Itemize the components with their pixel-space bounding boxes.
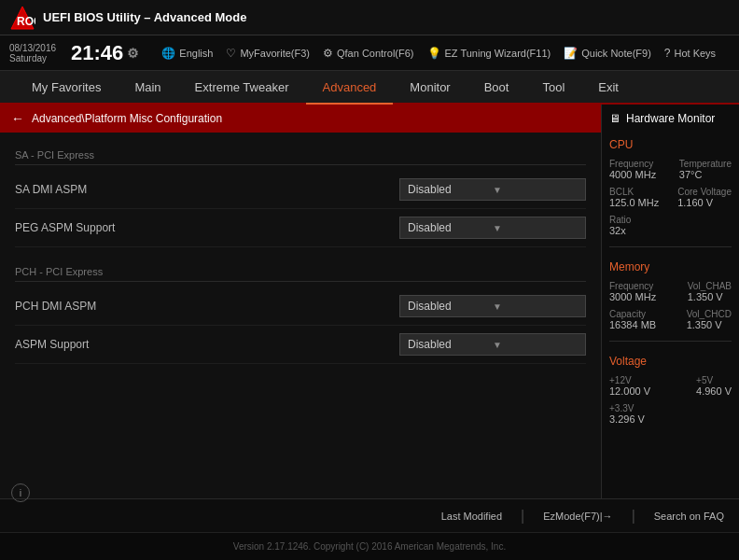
fan-icon: ⚙ bbox=[323, 47, 333, 60]
separator-2: | bbox=[632, 508, 635, 525]
nav-item-advanced[interactable]: Advanced bbox=[306, 71, 394, 105]
dropdown-arrow-icon-2: ▼ bbox=[493, 223, 578, 233]
hw-capacity-value: 16384 MB bbox=[609, 319, 656, 330]
date-text: 08/13/2016 bbox=[9, 43, 56, 53]
hw-cpu-temp-label: Temperature bbox=[679, 159, 732, 169]
info-icon: i bbox=[20, 487, 21, 498]
nav-item-favorites[interactable]: My Favorites bbox=[15, 71, 118, 105]
peg-aspm-value: Disabled bbox=[408, 221, 493, 234]
hw-volchab-label: Vol_CHAB bbox=[688, 281, 732, 291]
hw-12v-row: +12V 12.000 V +5V 4.960 V bbox=[609, 375, 732, 397]
search-faq-button[interactable]: Search on FAQ bbox=[654, 511, 724, 522]
hw-mem-freq-label: Frequency bbox=[609, 281, 656, 291]
last-modified-button[interactable]: Last Modified bbox=[441, 511, 502, 522]
separator-1: | bbox=[521, 508, 524, 525]
hw-bclk-value: 125.0 MHz bbox=[609, 197, 659, 208]
bios-title: ROG UEFI BIOS Utility – Advanced Mode bbox=[9, 5, 246, 31]
pch-dmi-aspm-label: PCH DMI ASPM bbox=[15, 300, 96, 313]
heart-icon: ♡ bbox=[226, 47, 236, 60]
hardware-monitor-panel: 🖥 Hardware Monitor CPU Frequency 4000 MH… bbox=[601, 105, 739, 498]
hw-volchcd-value: 1.350 V bbox=[687, 319, 732, 330]
globe-icon: 🌐 bbox=[161, 47, 175, 60]
hw-5v-label: +5V bbox=[696, 375, 732, 385]
hw-corevolt-label: Core Voltage bbox=[677, 187, 732, 197]
hw-33v-label: +3.3V bbox=[609, 403, 645, 413]
hw-mem-freq-value: 3000 MHz bbox=[609, 291, 656, 302]
section-label-pch-pci: PCH - PCI Express bbox=[15, 259, 586, 282]
nav-item-extreme-tweaker[interactable]: Extreme Tweaker bbox=[178, 71, 306, 105]
nav-item-main[interactable]: Main bbox=[118, 71, 177, 105]
hw-volchab-value: 1.350 V bbox=[688, 291, 732, 302]
hw-12v-value: 12.000 V bbox=[609, 385, 650, 397]
nav-item-exit[interactable]: Exit bbox=[581, 71, 635, 105]
back-arrow-icon[interactable]: ← bbox=[11, 111, 24, 126]
main-panel: ← Advanced\Platform Misc Configuration S… bbox=[0, 105, 601, 498]
gear-icon[interactable]: ⚙ bbox=[127, 46, 139, 61]
ez-tuning-button[interactable]: 💡 EZ Tuning Wizard(F11) bbox=[427, 47, 551, 60]
nav-item-boot[interactable]: Boot bbox=[467, 71, 526, 105]
hw-divider-1 bbox=[609, 246, 732, 247]
question-icon: ? bbox=[664, 47, 671, 60]
bottom-bar: Last Modified | EzMode(F7)|→ | Search on… bbox=[0, 498, 739, 532]
sa-dmi-aspm-select[interactable]: Disabled ▼ bbox=[399, 178, 586, 201]
hw-title-text: Hardware Monitor bbox=[626, 112, 715, 125]
myfavorite-label: MyFavorite(F3) bbox=[240, 48, 310, 59]
lightbulb-icon: 💡 bbox=[427, 47, 441, 60]
hardware-monitor-title: 🖥 Hardware Monitor bbox=[609, 112, 732, 125]
content-area: ← Advanced\Platform Misc Configuration S… bbox=[0, 105, 739, 498]
language-selector[interactable]: 🌐 English bbox=[161, 47, 213, 60]
hw-12v-label: +12V bbox=[609, 375, 650, 385]
hw-volchcd-label: Vol_CHCD bbox=[687, 309, 732, 319]
dropdown-arrow-icon-3: ▼ bbox=[493, 301, 578, 312]
settings-area: SA - PCI Express SA DMI ASPM Disabled ▼ … bbox=[0, 133, 601, 498]
peg-aspm-select[interactable]: Disabled ▼ bbox=[399, 217, 586, 239]
date-section: 08/13/2016 Saturday bbox=[9, 43, 56, 63]
sa-dmi-aspm-value: Disabled bbox=[408, 183, 493, 196]
hw-cpu-freq-row: Frequency 4000 MHz Temperature 37°C bbox=[609, 159, 732, 180]
setting-row-sa-dmi-aspm: SA DMI ASPM Disabled ▼ bbox=[15, 171, 586, 209]
rog-logo-icon: ROG bbox=[9, 5, 35, 31]
pch-dmi-aspm-value: Disabled bbox=[408, 300, 493, 313]
hw-ratio-label: Ratio bbox=[609, 215, 631, 225]
time-nav: 🌐 English ♡ MyFavorite(F3) ⚙ Qfan Contro… bbox=[161, 47, 730, 60]
setting-row-peg-aspm: PEG ASPM Support Disabled ▼ bbox=[15, 209, 586, 247]
quick-note-button[interactable]: 📝 Quick Note(F9) bbox=[564, 47, 651, 60]
monitor-icon: 🖥 bbox=[609, 112, 620, 125]
pch-dmi-aspm-select[interactable]: Disabled ▼ bbox=[399, 295, 586, 317]
hotkeys-button[interactable]: ? Hot Keys bbox=[664, 47, 716, 60]
day-text: Saturday bbox=[9, 53, 56, 63]
hw-capacity-row: Capacity 16384 MB Vol_CHCD 1.350 V bbox=[609, 309, 732, 330]
qfan-label: Qfan Control(F6) bbox=[337, 48, 414, 59]
sa-dmi-aspm-label: SA DMI ASPM bbox=[15, 183, 87, 196]
hw-33v-row: +3.3V 3.296 V bbox=[609, 403, 732, 425]
ezmode-button[interactable]: EzMode(F7)|→ bbox=[543, 511, 612, 522]
qfan-button[interactable]: ⚙ Qfan Control(F6) bbox=[323, 47, 414, 60]
info-button[interactable]: i bbox=[11, 483, 30, 502]
hw-cpu-temp-value: 37°C bbox=[679, 169, 732, 180]
hw-mem-freq-row: Frequency 3000 MHz Vol_CHAB 1.350 V bbox=[609, 281, 732, 302]
ez-tuning-label: EZ Tuning Wizard(F11) bbox=[445, 48, 551, 59]
setting-row-aspm-support: ASPM Support Disabled ▼ bbox=[15, 326, 586, 364]
bios-title-text: UEFI BIOS Utility – Advanced Mode bbox=[43, 10, 246, 24]
note-icon: 📝 bbox=[564, 47, 578, 60]
section-label-sa-pci: SA - PCI Express bbox=[15, 142, 586, 165]
dropdown-arrow-icon-4: ▼ bbox=[493, 340, 578, 350]
myfavorite-button[interactable]: ♡ MyFavorite(F3) bbox=[226, 47, 310, 60]
aspm-support-value: Disabled bbox=[408, 338, 493, 351]
svg-text:ROG: ROG bbox=[17, 15, 35, 28]
time-text: 21:46 bbox=[71, 41, 123, 65]
dropdown-arrow-icon: ▼ bbox=[493, 185, 578, 195]
hw-section-voltage: Voltage bbox=[609, 355, 732, 368]
hw-ratio-row: Ratio 32x bbox=[609, 215, 732, 236]
hotkeys-label: Hot Keys bbox=[674, 48, 716, 59]
nav-item-tool[interactable]: Tool bbox=[525, 71, 581, 105]
hw-cpu-freq-value: 4000 MHz bbox=[609, 169, 656, 180]
time-display: 21:46 ⚙ bbox=[71, 41, 139, 65]
hw-ratio-value: 32x bbox=[609, 225, 631, 236]
nav-item-monitor[interactable]: Monitor bbox=[393, 71, 467, 105]
quick-note-label: Quick Note(F9) bbox=[581, 48, 651, 59]
hw-5v-value: 4.960 V bbox=[696, 385, 732, 397]
hw-section-memory: Memory bbox=[609, 260, 732, 273]
hw-capacity-label: Capacity bbox=[609, 309, 656, 319]
aspm-support-select[interactable]: Disabled ▼ bbox=[399, 333, 586, 356]
